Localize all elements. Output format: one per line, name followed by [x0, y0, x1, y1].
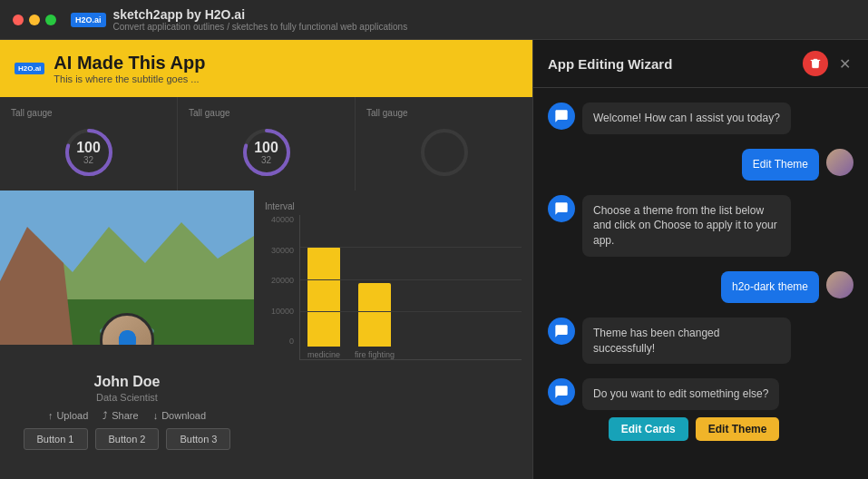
y-axis-10000: 10000 — [265, 307, 294, 316]
app-header-banner: H2O.ai AI Made This App This is where th… — [0, 40, 532, 97]
gauge-circle-3 — [417, 125, 472, 180]
banner-title: AI Made This App — [54, 53, 205, 73]
message-bubble-choose-theme: Choose a theme from the list below and c… — [582, 195, 791, 257]
bot-icon-2 — [548, 195, 575, 222]
delete-button[interactable] — [803, 51, 828, 76]
profile-name: John Doe — [94, 374, 161, 390]
chat-panel: App Editing Wizard ✕ — [532, 40, 868, 479]
message-edit-else: Do you want to edit something else? Edit… — [548, 378, 853, 441]
bar-label-medicine: medicine — [307, 350, 340, 359]
minimize-traffic-light[interactable] — [29, 15, 40, 25]
y-axis-0: 0 — [265, 337, 294, 346]
maximize-traffic-light[interactable] — [45, 15, 56, 25]
bar-group-fire: fire fighting — [355, 283, 395, 359]
profile-role: Data Scientist — [96, 392, 158, 403]
gauge-num-1: 100 — [76, 141, 101, 155]
bar-medicine — [307, 247, 340, 347]
bar-fire — [358, 283, 391, 347]
chat-icon-1 — [554, 109, 569, 123]
message-h2o-dark: h2o-dark theme — [548, 271, 853, 303]
y-axis-40000: 40000 — [265, 215, 294, 224]
chat-icon-2 — [554, 201, 569, 216]
action-buttons: Edit Cards Edit Theme — [609, 417, 780, 441]
bot-icon-3 — [548, 318, 575, 345]
bars-area: medicine fire fighting — [299, 215, 522, 360]
profile-image: 👤 — [0, 191, 254, 345]
profile-button-3[interactable]: Button 3 — [166, 428, 230, 450]
app-subtitle: Convert application outlines / sketches … — [113, 22, 408, 32]
download-action[interactable]: ↓ Download — [153, 410, 206, 421]
gauge-value-2: 100 32 — [254, 141, 278, 165]
message-bubble-h2o-dark: h2o-dark theme — [721, 271, 819, 303]
app-title-group: sketch2app by H2O.ai Convert application… — [113, 7, 408, 32]
title-bar: H2O.ai sketch2app by H2O.ai Convert appl… — [0, 0, 868, 40]
y-axis-30000: 30000 — [265, 246, 294, 255]
profile-buttons: Button 1 Button 2 Button 3 — [24, 428, 231, 450]
app-preview: H2O.ai AI Made This App This is where th… — [0, 40, 532, 479]
profile-actions: ↑ Upload ⤴ Share ↓ Download — [48, 410, 206, 421]
close-button[interactable]: ✕ — [835, 54, 853, 73]
svg-point-4 — [423, 131, 466, 174]
chat-header: App Editing Wizard ✕ — [533, 40, 868, 88]
message-welcome: Welcome! How can I assist you today? — [548, 103, 853, 134]
gauge-label-2: Tall gauge — [189, 108, 230, 118]
message-with-actions: Do you want to edit something else? Edit… — [582, 378, 779, 441]
bar-group-medicine: medicine — [307, 247, 340, 359]
profile-button-1[interactable]: Button 1 — [24, 428, 88, 450]
message-bubble-edit-else: Do you want to edit something else? — [582, 378, 779, 410]
chat-title: App Editing Wizard — [548, 56, 672, 72]
upload-action[interactable]: ↑ Upload — [48, 410, 88, 421]
chart-container: 40000 30000 20000 10000 0 — [265, 215, 522, 360]
gauge-sub-2: 32 — [261, 155, 271, 165]
banner-text: AI Made This App This is where the subti… — [54, 53, 205, 84]
banner-logo: H2O.ai — [15, 63, 44, 74]
gauge-circle-2: 100 32 — [239, 125, 294, 180]
app-title: sketch2app by H2O.ai — [113, 7, 408, 22]
message-theme-changed: Theme has been changed successfully! — [548, 318, 853, 365]
upload-label: Upload — [56, 410, 88, 421]
message-edit-theme-request: Edit Theme — [548, 149, 853, 181]
avatar-face: 👤 — [112, 329, 143, 346]
gauge-value-1: 100 32 — [76, 141, 101, 165]
bot-icon-4 — [548, 378, 575, 406]
profile-section: 👤 John Doe Data Scientist ↑ Upload ⤴ Sha… — [0, 191, 254, 479]
bot-icon-1 — [548, 103, 575, 130]
profile-button-2[interactable]: Button 2 — [95, 428, 160, 450]
gauge-circle-1: 100 32 — [62, 125, 116, 180]
download-label: Download — [161, 410, 206, 421]
gauge-card-2: Tall gauge 100 32 — [178, 97, 355, 191]
chat-icon-3 — [554, 324, 569, 338]
chat-icon-4 — [554, 385, 569, 399]
user-avatar-2 — [826, 271, 853, 298]
gauge-card-3: Tall gauge — [356, 97, 532, 191]
y-axis: 40000 30000 20000 10000 0 — [265, 215, 294, 360]
gauge-label-1: Tall gauge — [11, 108, 53, 118]
chart-section: Interval 40000 30000 20000 10000 0 — [254, 191, 532, 479]
upload-icon: ↑ — [48, 410, 54, 421]
message-choose-theme: Choose a theme from the list below and c… — [548, 195, 853, 257]
message-bubble-welcome: Welcome! How can I assist you today? — [582, 103, 791, 134]
bottom-row: 👤 John Doe Data Scientist ↑ Upload ⤴ Sha… — [0, 191, 532, 479]
share-icon: ⤴ — [102, 410, 108, 421]
edit-theme-button[interactable]: Edit Theme — [696, 417, 780, 441]
bar-label-fire: fire fighting — [355, 350, 395, 359]
edit-cards-button[interactable]: Edit Cards — [609, 417, 688, 441]
profile-info: John Doe Data Scientist — [94, 374, 161, 403]
traffic-lights — [13, 15, 56, 25]
gauge-sub-1: 32 — [83, 155, 93, 165]
message-bubble-edit-theme: Edit Theme — [742, 149, 819, 181]
chat-messages: Welcome! How can I assist you today? Edi… — [533, 88, 868, 479]
message-bubble-theme-changed: Theme has been changed successfully! — [582, 318, 791, 365]
trash-icon — [809, 57, 822, 70]
share-label: Share — [112, 410, 138, 421]
share-action[interactable]: ⤴ Share — [102, 410, 138, 421]
download-icon: ↓ — [153, 410, 159, 421]
close-traffic-light[interactable] — [13, 15, 24, 25]
y-axis-20000: 20000 — [265, 276, 294, 285]
main-area: H2O.ai AI Made This App This is where th… — [0, 40, 868, 479]
user-avatar-1 — [826, 149, 853, 176]
banner-subtitle: This is where the subtitle goes ... — [54, 73, 205, 84]
gauge-card-1: Tall gauge 100 32 — [0, 97, 177, 191]
chart-label: Interval — [265, 201, 522, 211]
app-logo: H2O.ai — [71, 13, 106, 27]
